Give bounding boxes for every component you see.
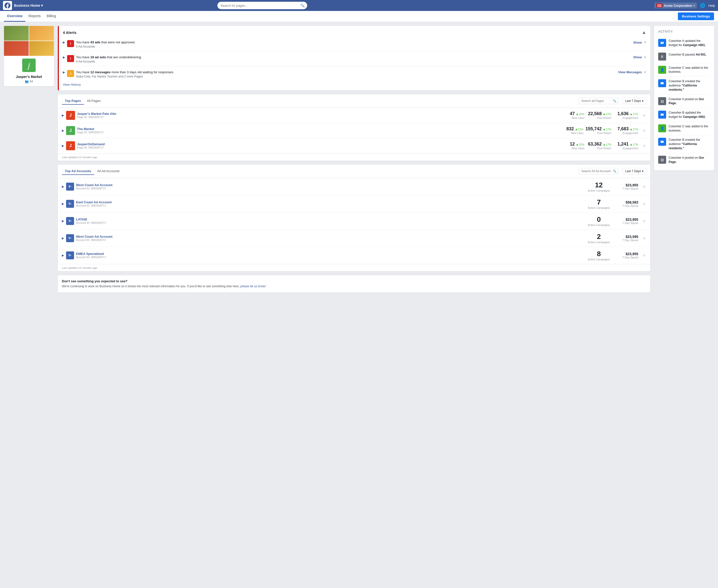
page-star-2[interactable]: ★: [642, 128, 646, 133]
right-column: ACTIVITY Coworker A updated the budget f…: [654, 26, 714, 584]
search-input[interactable]: [218, 2, 307, 9]
page-name-link-3[interactable]: JasperOnDemand: [77, 142, 557, 146]
ad-campaigns-4: 2 Active Campaigns: [587, 233, 611, 244]
ad-accounts-date-chevron: ▾: [642, 169, 643, 173]
activity-icon-6: [658, 111, 666, 119]
ad-account-id-2: Account ID: 9081828717: [76, 204, 584, 207]
ad-row-chevron-1[interactable]: ▶: [62, 185, 64, 188]
ad-account-id-5: Account ID: 9081828717: [76, 256, 584, 259]
pages-metric-likes-3: 12 ▲22% New Likes: [559, 142, 584, 150]
ad-account-info-1: West Coast Ad Account Account ID: 908182…: [76, 183, 584, 190]
pages-metric-reach-3: 63,362 ▲17% Post Reach: [587, 142, 611, 150]
ad-star-4[interactable]: ★: [642, 235, 646, 241]
activity-item-5: ▤ Coworker A posted on Our Page.: [658, 95, 710, 108]
activity-list: Coworker A updated the budget for Campai…: [658, 36, 710, 166]
ad-accounts-last-updated: Last updated 12 minutes ago: [58, 264, 650, 271]
ad-account-name-2[interactable]: East Coast Ad Account: [76, 200, 584, 204]
ad-accounts-search-input[interactable]: [579, 168, 618, 174]
page-card: j Jasper's Market 👥 44: [4, 26, 54, 86]
alerts-card: 4 Alerts ▲ ▶ ! You have 43 ads that were…: [58, 26, 650, 90]
alert-chevron-2[interactable]: ▶: [63, 55, 65, 59]
page-name[interactable]: Jasper's Market: [4, 74, 54, 80]
pages-metric-reach-2: 155,742 ▲17% Post Reach: [586, 126, 611, 134]
tab-top-ad-accounts[interactable]: Top Ad Accounts: [62, 168, 94, 175]
ad-account-row-4: ▶ $≡ West Coast Ad Account Account ID: 9…: [58, 230, 650, 247]
fb-logo[interactable]: [3, 1, 12, 10]
account-switcher[interactable]: Acme Corporation ▾: [654, 2, 697, 8]
page-name-link-1[interactable]: Jasper's Market Palo Alto: [77, 112, 557, 115]
activity-text-4: Coworker B created the audience "Califor…: [669, 79, 710, 92]
ad-account-name-3[interactable]: LATAM: [76, 217, 584, 221]
pages-tab-group: Top Pages All Pages: [62, 98, 104, 105]
ad-account-name-4[interactable]: West Coast Ad Account: [76, 235, 584, 238]
activity-text-6: Coworker B updated the budget for Campai…: [669, 111, 710, 119]
activity-icon-5: ▤: [658, 97, 666, 105]
tab-billing[interactable]: Billing: [44, 11, 59, 22]
pages-row-chevron-2[interactable]: ▶: [62, 129, 64, 132]
alert-close-2[interactable]: ×: [644, 55, 646, 60]
ad-star-5[interactable]: ★: [642, 253, 646, 258]
pages-search-input[interactable]: [579, 98, 618, 104]
ad-row-chevron-5[interactable]: ▶: [62, 254, 64, 257]
business-settings-button[interactable]: Business Settings: [678, 13, 714, 20]
ad-account-name-1[interactable]: West Coast Ad Account: [76, 183, 584, 187]
alerts-header: 4 Alerts ▲: [63, 30, 646, 35]
tab-top-pages[interactable]: Top Pages: [62, 98, 84, 105]
activity-title: ACTIVITY: [658, 30, 710, 34]
business-home-label[interactable]: Business Home ▾: [14, 3, 43, 7]
pages-row-chevron-3[interactable]: ▶: [62, 144, 64, 147]
ad-account-icon-3: $≡: [66, 217, 74, 225]
cover-cell-2: [29, 26, 54, 41]
alert-view-messages-button[interactable]: View Messages: [618, 70, 642, 74]
ad-row-chevron-4[interactable]: ▶: [62, 236, 64, 240]
help-link[interactable]: Help: [708, 4, 715, 7]
tab-all-ad-accounts[interactable]: All Ad Accounts: [94, 168, 123, 175]
ad-star-3[interactable]: ★: [642, 218, 646, 224]
alerts-collapse-button[interactable]: ▲: [642, 30, 646, 35]
alert-show-button-1[interactable]: Show: [633, 41, 642, 44]
page-logo: j: [21, 58, 36, 73]
nav-right: Acme Corporation ▾ 🌐 Help: [654, 2, 715, 8]
page-avatar-1: J: [66, 111, 75, 120]
page-id-2: Page ID: 9081828717: [77, 131, 556, 134]
page-star-1[interactable]: ★: [642, 112, 646, 118]
ad-account-name-5[interactable]: EMEA Specialized: [76, 252, 584, 256]
sub-nav-tabs: Overview Reports Billing: [4, 11, 59, 22]
account-name: Acme Corporation: [664, 4, 692, 7]
pages-date-filter[interactable]: Last 7 Days ▾: [622, 98, 646, 104]
alert-close-1[interactable]: ×: [644, 40, 646, 45]
ad-star-2[interactable]: ★: [642, 201, 646, 207]
top-ad-accounts-card: Top Ad Accounts All Ad Accounts 🔍 Last 7…: [58, 165, 650, 271]
ad-accounts-table-header: Top Ad Accounts All Ad Accounts 🔍 Last 7…: [58, 165, 650, 178]
ad-accounts-date-filter[interactable]: Last 7 Days ▾: [622, 168, 646, 174]
page-avatar-3: J: [66, 141, 75, 150]
alerts-title: 4 Alerts: [63, 30, 76, 35]
globe-icon[interactable]: 🌐: [700, 3, 705, 8]
left-column: j Jasper's Market 👥 44: [4, 26, 54, 584]
tab-reports[interactable]: Reports: [25, 11, 44, 22]
ad-row-chevron-2[interactable]: ▶: [62, 202, 64, 206]
pages-metric-engagement-3: 1,241 ▲17% Engagement: [613, 142, 638, 150]
alert-sub-1: 5 Ad Accounts: [76, 45, 631, 49]
ad-spend-5: $23,955 7 Day Spend: [613, 252, 638, 259]
ad-star-1[interactable]: ★: [642, 184, 646, 189]
activity-item-2: ⏸ Coworker B paused Ad 001.: [658, 50, 710, 63]
page-star-3[interactable]: ★: [642, 143, 646, 148]
please-let-us-know-link[interactable]: please let us know: [240, 285, 265, 288]
alert-chevron-1[interactable]: ▶: [63, 40, 65, 44]
activity-text-8: Coworker B created the audience "Califor…: [669, 138, 710, 150]
page-name-link-2[interactable]: The Market: [77, 127, 556, 131]
alert-show-button-2[interactable]: Show: [633, 55, 642, 59]
ad-row-chevron-3[interactable]: ▶: [62, 219, 64, 223]
followers-count: 44: [30, 80, 33, 83]
page-logo-area: j: [4, 56, 54, 74]
alert-item-2: ▶ ! You have 19 ad sets that are underde…: [63, 53, 646, 66]
tab-all-pages[interactable]: All Pages: [84, 98, 104, 105]
tab-overview[interactable]: Overview: [4, 11, 25, 22]
pages-row-chevron-1[interactable]: ▶: [62, 113, 64, 117]
alert-chevron-3[interactable]: ▶: [63, 70, 65, 74]
ad-spend-3: $23,955 7 Day Spend: [613, 217, 638, 225]
alert-close-3[interactable]: ×: [644, 70, 646, 75]
view-history-link[interactable]: View History: [63, 83, 81, 86]
alert-sub-2: 4 Ad Accounts: [76, 60, 631, 64]
